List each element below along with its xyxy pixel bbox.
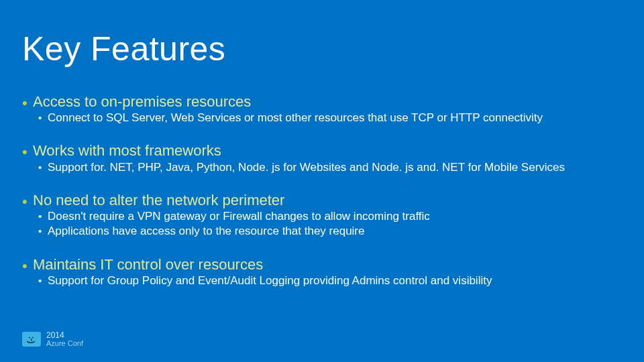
footer-year: 2014 (46, 331, 83, 339)
bullet-text: Access to on-premises resources (33, 94, 251, 110)
subbullet-text: Doesn't require a VPN gateway or Firewal… (48, 209, 430, 223)
list-subitem: • Support for. NET, PHP, Java, Python, N… (38, 160, 626, 174)
list-item: • Access to on-premises resources (22, 94, 626, 110)
bullet-icon: • (22, 259, 33, 274)
slide-title: Key Features (22, 29, 225, 68)
subbullet-text: Connect to SQL Server, Web Services or m… (48, 111, 543, 125)
footer-text: 2014 Azure Conf (46, 331, 83, 347)
footer-logo: :-) 2014 Azure Conf (22, 331, 83, 347)
smiley-face: :-) (27, 336, 37, 343)
bullet-text: Works with most frameworks (33, 143, 221, 159)
slide: Key Features • Access to on-premises res… (0, 0, 644, 362)
bullet-text: Maintains IT control over resources (33, 257, 263, 273)
list-subitem: • Connect to SQL Server, Web Services or… (38, 111, 626, 125)
bullet-group: • No need to alter the network perimeter… (22, 192, 626, 239)
footer-brand: Azure Conf (46, 340, 83, 347)
list-item: • Maintains IT control over resources (22, 257, 626, 273)
bullet-icon: • (38, 112, 48, 123)
bullet-group: • Works with most frameworks • Support f… (22, 143, 626, 174)
subbullet-text: Support for Group Policy and Event/Audit… (48, 274, 492, 288)
smiley-icon: :-) (22, 332, 41, 347)
bullet-icon: • (38, 210, 48, 222)
bullet-icon: • (38, 162, 48, 173)
bullet-icon: • (22, 194, 33, 209)
bullet-icon: • (38, 275, 48, 286)
bullet-icon: • (38, 225, 48, 237)
bullet-icon: • (22, 145, 33, 160)
subbullet-text: Support for. NET, PHP, Java, Python, Nod… (48, 160, 565, 174)
content-area: • Access to on-premises resources • Conn… (22, 94, 626, 288)
subbullet-text: Applications have access only to the res… (48, 224, 365, 238)
bullet-icon: • (22, 96, 33, 111)
bullet-group: • Access to on-premises resources • Conn… (22, 94, 626, 125)
list-subitem: • Applications have access only to the r… (38, 224, 626, 238)
list-item: • Works with most frameworks (22, 143, 626, 159)
list-subitem: • Support for Group Policy and Event/Aud… (38, 274, 626, 288)
list-subitem: • Doesn't require a VPN gateway or Firew… (38, 209, 626, 223)
bullet-group: • Maintains IT control over resources • … (22, 257, 626, 288)
list-item: • No need to alter the network perimeter (22, 192, 626, 208)
bullet-text: No need to alter the network perimeter (33, 192, 284, 208)
